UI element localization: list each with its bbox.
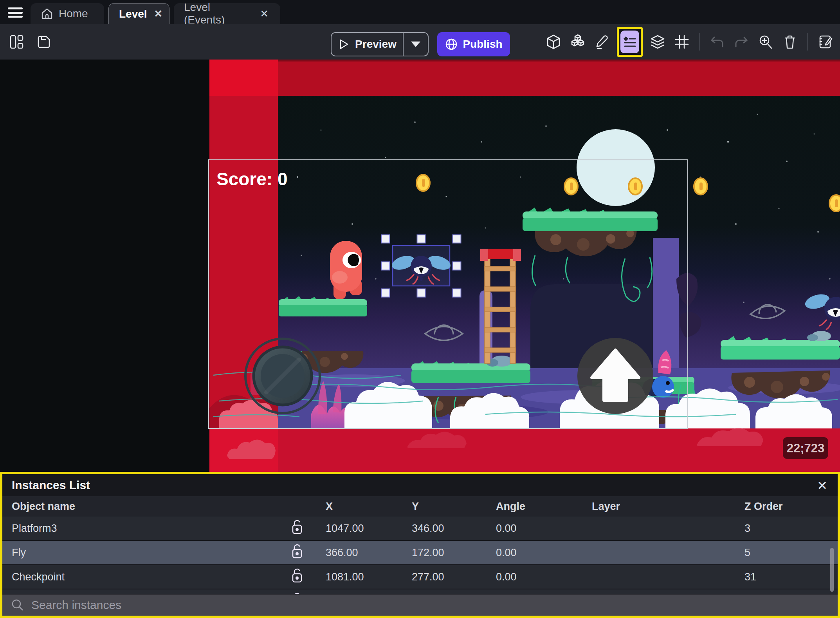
tab-home[interactable]: Home — [31, 3, 104, 24]
instances-table-header: Object name X Y Angle Layer Z Order — [2, 496, 838, 517]
unlock-icon[interactable] — [286, 544, 321, 562]
layers-icon[interactable] — [648, 33, 667, 51]
instance-zorder: 31 — [740, 571, 838, 583]
globe-icon — [445, 38, 458, 51]
column-header: Layer — [587, 501, 740, 513]
instance-name: Checkpoint — [2, 571, 286, 583]
coordinates-badge: 22;723 — [783, 437, 828, 459]
player-character[interactable] — [330, 241, 362, 299]
virtual-joystick[interactable] — [245, 339, 320, 413]
toolbar-divider — [807, 33, 808, 51]
column-header: Y — [407, 501, 491, 513]
tab-label: Level — [119, 8, 147, 20]
table-row[interactable]: Checkpoint 1081.00 277.00 0.00 31 — [2, 565, 838, 589]
column-header: X — [321, 501, 407, 513]
instance-y: 277.00 — [407, 571, 491, 583]
instance-zorder: 3 — [740, 522, 838, 535]
table-row[interactable] — [2, 589, 838, 594]
save-icon[interactable] — [34, 33, 53, 51]
instance-zorder: 5 — [740, 547, 838, 559]
instances-list-icon[interactable] — [620, 31, 639, 53]
scene-canvas[interactable]: Score: 0 22;723 — [0, 60, 840, 472]
trash-icon[interactable] — [781, 33, 799, 51]
instance-name: Fly — [2, 547, 286, 559]
tab-level[interactable]: Level ✕ — [108, 3, 169, 24]
coin — [829, 195, 840, 211]
coin — [694, 178, 707, 195]
instance-y: 346.00 — [407, 522, 491, 535]
score-text: Score: 0 — [216, 169, 288, 189]
instance-y: 172.00 — [407, 547, 491, 559]
panel-title: Instances List — [12, 479, 90, 492]
search-input[interactable] — [31, 598, 736, 612]
panel-scrollbar[interactable] — [830, 548, 834, 592]
instances-list-icon-highlight — [617, 27, 643, 57]
tab-label: Home — [59, 7, 88, 20]
tab-label: Level (Events) — [184, 1, 253, 26]
tab-bar: Home Level ✕ Level (Events) ✕ — [0, 0, 840, 24]
column-header: Z Order — [740, 501, 838, 513]
chevron-down-icon — [411, 42, 420, 47]
instances-list-panel: Instances List ✕ Object name X Y Angle L… — [0, 472, 840, 618]
scene-editor-canvas[interactable]: Score: 0 22;723 — [0, 60, 840, 472]
preview-button[interactable]: Preview — [331, 32, 429, 56]
unlock-icon[interactable] — [286, 519, 321, 538]
home-icon — [41, 7, 53, 20]
fly-enemy-selected[interactable] — [390, 246, 452, 286]
close-tab-icon[interactable]: ✕ — [258, 7, 270, 21]
instance-x: 366.00 — [321, 547, 407, 559]
preview-dropdown-button[interactable] — [403, 33, 428, 56]
edit-note-icon[interactable] — [816, 33, 835, 51]
play-icon — [338, 38, 350, 50]
toolbar-divider — [699, 33, 700, 51]
table-row[interactable]: Platform3 1047.00 346.00 0.00 3 — [2, 517, 838, 541]
instance-name: Platform3 — [2, 522, 286, 535]
instance-x: 1081.00 — [321, 571, 407, 583]
unlock-icon[interactable] — [286, 568, 321, 586]
instance-angle: 0.00 — [491, 522, 587, 535]
publish-label: Publish — [463, 38, 502, 51]
redo-icon[interactable] — [732, 33, 751, 51]
search-bar — [2, 595, 838, 616]
coin — [416, 175, 430, 191]
objects-group-icon[interactable] — [568, 33, 587, 51]
column-header: Object name — [2, 501, 286, 513]
preview-label: Preview — [355, 38, 397, 51]
toolbar: Preview Publish — [0, 24, 840, 60]
table-row-selected[interactable]: Fly 366.00 172.00 0.00 5 — [2, 541, 838, 565]
panels-layout-icon[interactable] — [7, 33, 26, 51]
close-panel-icon[interactable]: ✕ — [817, 478, 827, 493]
hamburger-menu-icon[interactable] — [6, 5, 24, 20]
grid-icon[interactable] — [672, 33, 691, 51]
search-icon — [11, 598, 24, 612]
close-tab-icon[interactable]: ✕ — [153, 7, 164, 21]
instance-angle: 0.00 — [491, 571, 587, 583]
instance-x: 1047.00 — [321, 522, 407, 535]
instance-angle: 0.00 — [491, 547, 587, 559]
svg-text:22;723: 22;723 — [787, 441, 825, 455]
jump-button[interactable] — [577, 338, 653, 414]
tab-level-events[interactable]: Level (Events) ✕ — [174, 3, 280, 24]
zoom-in-icon[interactable] — [756, 33, 775, 51]
publish-button[interactable]: Publish — [437, 32, 510, 56]
coin — [564, 178, 578, 195]
moon[interactable] — [577, 129, 655, 206]
pencil-icon[interactable] — [593, 33, 611, 51]
instances-table-body: Platform3 1047.00 346.00 0.00 3 Fly 36 — [2, 517, 838, 594]
cube-icon[interactable] — [544, 33, 563, 51]
coin — [629, 178, 642, 195]
undo-icon[interactable] — [708, 33, 726, 51]
column-header: Angle — [491, 501, 587, 513]
